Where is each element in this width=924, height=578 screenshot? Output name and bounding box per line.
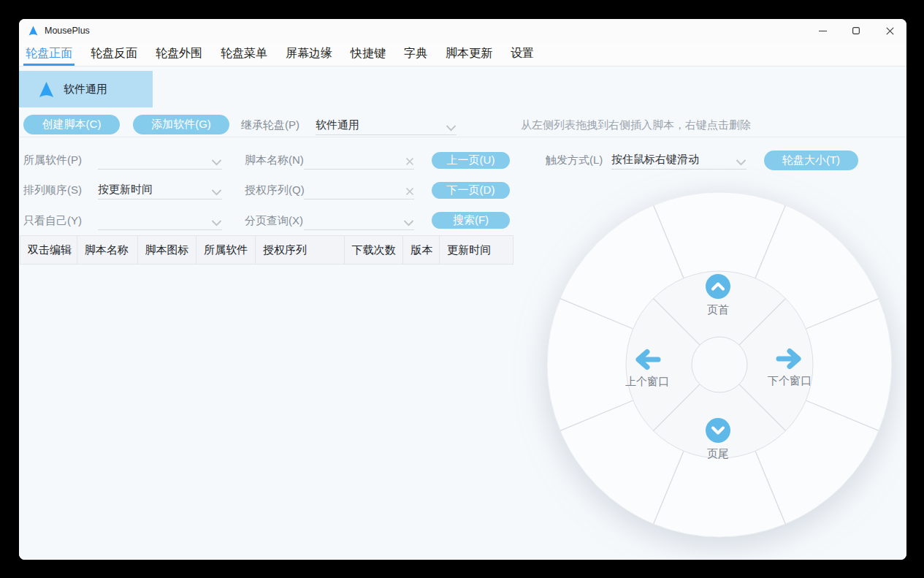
wheel-preview: 页首 下个窗口 页尾 上个窗口 — [544, 189, 895, 540]
chevron-down-circle-icon — [706, 418, 730, 443]
script-name-label: 脚本名称(N) — [245, 153, 304, 167]
tab-hotkeys[interactable]: 快捷键 — [348, 42, 388, 66]
window-title: MousePlus — [45, 26, 90, 36]
main-content: 软件通用 创建脚本(C) 添加软件(G) 继承轮盘(P) 软件通用 从左侧列表拖… — [19, 66, 906, 560]
license-serial-field — [304, 179, 414, 199]
wheel-size-button[interactable]: 轮盘大小(T) — [764, 151, 858, 170]
tab-wheel-outer[interactable]: 轮盘外围 — [153, 42, 205, 66]
app-window: MousePlus 轮盘正面 轮盘反面 轮盘外围 轮盘菜单 屏幕边缘 快捷键 字… — [19, 19, 906, 560]
owner-software-label: 所属软件(P) — [23, 153, 82, 167]
minimize-button[interactable] — [806, 19, 839, 42]
trigger-mode-label: 触发方式(L) — [546, 153, 603, 167]
only-mine-label: 只看自己(Y) — [23, 214, 82, 228]
chevron-down-icon — [736, 159, 747, 166]
search-button[interactable]: 搜索(F) — [432, 212, 510, 229]
owner-software-select[interactable] — [98, 149, 222, 170]
tab-wheel-menu[interactable]: 轮盘菜单 — [218, 42, 270, 66]
prev-page-button[interactable]: 上一页(U) — [432, 152, 510, 169]
sort-order-label: 排列顺序(S) — [23, 183, 82, 197]
arrow-right-icon — [775, 348, 804, 370]
script-name-field — [304, 149, 414, 170]
column-header-double-click-edit: 双击编辑 — [20, 236, 77, 264]
tab-screen-edge[interactable]: 屏幕边缘 — [283, 42, 335, 66]
tab-script-update[interactable]: 脚本更新 — [443, 42, 495, 66]
wheel-segment-page-top[interactable]: 页首 — [706, 274, 730, 317]
license-serial-input[interactable] — [304, 184, 402, 197]
column-header-script-name: 脚本名称 — [77, 236, 138, 264]
column-header-script-icon: 脚本图标 — [138, 236, 197, 264]
titlebar: MousePlus — [19, 19, 906, 42]
add-software-button[interactable]: 添加软件(G) — [133, 115, 229, 134]
arrow-left-icon — [633, 349, 662, 370]
tab-settings[interactable]: 设置 — [508, 42, 536, 66]
close-button[interactable] — [873, 19, 906, 42]
wheel-segment-label: 上个窗口 — [625, 375, 669, 389]
tab-dictionary[interactable]: 字典 — [402, 42, 429, 66]
inherit-wheel-label: 继承轮盘(P) — [241, 118, 299, 132]
cursor-arrow-icon — [39, 81, 54, 98]
wheel-segment-label: 页尾 — [707, 447, 729, 461]
wheel-segment-label: 下个窗口 — [768, 374, 812, 388]
profile-tab-label: 软件通用 — [64, 83, 107, 96]
column-header-license-serial: 授权序列 — [256, 236, 345, 264]
trigger-mode-value: 按住鼠标右键滑动 — [611, 153, 733, 167]
script-table-header: 双击编辑 脚本名称 脚本图标 所属软件 授权序列 下载次数 版本 更新时间 — [20, 235, 513, 265]
create-script-button[interactable]: 创建脚本(C) — [23, 115, 120, 134]
next-page-button[interactable]: 下一页(D) — [432, 182, 510, 199]
wheel-background — [544, 189, 895, 540]
sort-order-select[interactable]: 按更新时间 — [98, 179, 222, 199]
chevron-down-icon — [446, 125, 457, 132]
license-serial-label: 授权序列(Q) — [245, 183, 305, 197]
chevron-up-circle-icon — [706, 274, 730, 299]
tab-wheel-front[interactable]: 轮盘正面 — [23, 42, 75, 66]
chevron-down-icon — [211, 220, 222, 227]
page-query-label: 分页查询(X) — [245, 214, 303, 228]
only-mine-select[interactable] — [98, 210, 222, 230]
chevron-down-icon — [403, 220, 414, 227]
close-icon — [886, 27, 894, 35]
chevron-down-icon — [211, 189, 222, 196]
maximize-icon — [852, 27, 860, 34]
minimize-icon — [819, 27, 827, 35]
wheel-segment-next-window[interactable]: 下个窗口 — [768, 348, 812, 388]
drag-hint-text: 从左侧列表拖拽到右侧插入脚本，右键点击删除 — [521, 118, 751, 132]
column-header-version: 版本 — [403, 236, 440, 264]
tab-wheel-back[interactable]: 轮盘反面 — [88, 42, 140, 66]
chevron-down-icon — [211, 159, 222, 166]
column-header-download-count: 下载次数 — [345, 236, 404, 264]
nav-tabbar: 轮盘正面 轮盘反面 轮盘外围 轮盘菜单 屏幕边缘 快捷键 字典 脚本更新 设置 — [19, 42, 906, 66]
app-logo-icon — [28, 26, 38, 36]
inherit-wheel-select[interactable]: 软件通用 — [316, 115, 457, 135]
wheel-segment-prev-window[interactable]: 上个窗口 — [625, 349, 669, 389]
profile-tab-general-software[interactable]: 软件通用 — [19, 71, 153, 107]
script-name-input[interactable] — [304, 154, 402, 167]
maximize-button[interactable] — [839, 19, 873, 42]
wheel-segment-page-bottom[interactable]: 页尾 — [706, 418, 730, 461]
column-header-update-time: 更新时间 — [440, 236, 513, 264]
trigger-mode-select[interactable]: 按住鼠标右键滑动 — [611, 149, 747, 170]
clear-icon[interactable] — [405, 187, 414, 196]
toolbar-divider — [19, 137, 906, 137]
inherit-wheel-value: 软件通用 — [316, 118, 443, 132]
column-header-owner-software: 所属软件 — [196, 236, 256, 264]
clear-icon[interactable] — [405, 157, 414, 166]
wheel-segment-label: 页首 — [707, 303, 729, 317]
page-query-select[interactable] — [304, 210, 414, 230]
sort-order-value: 按更新时间 — [98, 183, 208, 197]
